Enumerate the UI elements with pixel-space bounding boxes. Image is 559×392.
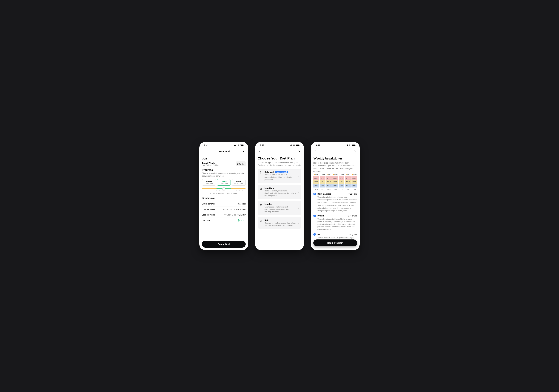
battery-icon	[296, 144, 300, 146]
back-icon[interactable]	[313, 149, 317, 153]
status-time: 9:41	[204, 144, 208, 147]
phone-weekly-breakdown: 9:41 Weekly breakdown Here is a detailed…	[311, 142, 360, 250]
week-col-sat: 3394174 P129 F384 CSat	[345, 174, 351, 190]
fat-cell: 129 F	[332, 180, 338, 184]
fat-cell: 129 F	[345, 180, 351, 184]
detail-title: Daily Calories	[317, 193, 348, 195]
battery-icon	[240, 144, 244, 146]
battery-icon	[352, 144, 355, 146]
weight-input[interactable]: 205 lbs	[236, 161, 246, 166]
status-bar: 9:41	[199, 142, 248, 149]
back-icon[interactable]	[258, 149, 262, 153]
protein-cell: 174 P	[345, 176, 351, 180]
calories-label: 3394	[333, 174, 337, 176]
day-label: Tue	[321, 188, 324, 190]
egg-icon	[260, 219, 263, 222]
slider-caption: 0.75% of bodyweight lost per week	[202, 192, 246, 194]
page-subtitle: Choose the type of diet that best suits …	[258, 161, 301, 167]
phone-create-goal: 9:41 Create Goal Goal Target Weight Last…	[199, 142, 248, 250]
last-weight-text: Last Weight 217.9 lbs	[202, 164, 219, 166]
wifi-icon	[348, 144, 351, 146]
calories-label: 3394	[346, 174, 350, 176]
carb-cell: 384 C	[345, 184, 351, 187]
segment-slower[interactable]: Slower 0.25% / week	[202, 179, 216, 186]
check-circle-icon	[238, 219, 240, 222]
status-time: 9:41	[260, 144, 264, 147]
nav-bar	[313, 149, 357, 154]
plan-low-carb[interactable]: Low Carb Reduces carbohydrate intake sig…	[258, 185, 301, 199]
weight-unit: lbs	[242, 163, 244, 165]
begin-program-button[interactable]: Begin Program	[313, 239, 357, 246]
close-icon[interactable]	[353, 149, 357, 153]
carb-cell: 384 C	[313, 184, 319, 187]
week-col-wed: 3394174 P129 F384 CWed	[326, 174, 332, 190]
svg-rect-2	[244, 145, 244, 146]
chevron-right-icon	[298, 222, 299, 224]
status-bar: 9:41	[255, 142, 304, 149]
week-grid: 3394174 P129 F384 CMon3394174 P129 F384 …	[313, 174, 357, 190]
nav-title: Create Goal	[218, 150, 230, 153]
wifi-icon	[293, 144, 295, 146]
detail-item-protein: 2Protein174 gramsYour selected protein i…	[313, 215, 357, 231]
status-time: 9:41	[316, 144, 320, 147]
week-col-thu: 3394174 P129 F384 CThu	[332, 174, 338, 190]
detail-value: 174 grams	[348, 215, 357, 217]
salad-icon	[260, 203, 263, 206]
drop-icon	[260, 187, 263, 190]
close-icon[interactable]	[297, 149, 301, 153]
calories-label: 3394	[352, 174, 356, 176]
calories-label: 3394	[339, 174, 344, 176]
day-label: Mon	[315, 188, 318, 190]
goal-heading: Goal	[202, 157, 246, 160]
cellular-icon	[289, 145, 292, 146]
protein-cell: 174 P	[320, 176, 325, 180]
segment-typical[interactable]: Typical 0.75% / week	[217, 179, 231, 186]
weight-value: 205	[237, 163, 241, 165]
cellular-icon	[234, 145, 236, 146]
fat-cell: 129 F	[352, 180, 357, 184]
detail-desc: Your selected protein intake of 0.8 gram…	[317, 218, 357, 231]
protein-cell: 174 P	[313, 176, 319, 180]
svg-rect-6	[299, 145, 300, 146]
slider-thumb[interactable]	[222, 187, 225, 190]
carb-cell: 384 C	[320, 184, 325, 187]
detail-desc: Your daily calorie budget is based on yo…	[317, 196, 357, 204]
utensils-icon	[260, 171, 263, 174]
day-label: Sun	[353, 188, 356, 190]
row-deficit: Deficit per Day 817 kcal	[202, 201, 246, 207]
rate-slider[interactable]: 0.75% of bodyweight lost per week	[202, 188, 246, 194]
page-subtitle: Here is a detailed breakdown of your dai…	[313, 162, 357, 173]
page-title: Weekly breakdown	[313, 156, 357, 160]
svg-rect-10	[355, 145, 355, 146]
close-icon[interactable]	[242, 149, 246, 153]
protein-cell: 174 P	[352, 176, 357, 180]
create-goal-button[interactable]: Create Goal	[202, 241, 246, 248]
svg-rect-9	[352, 145, 355, 146]
chevron-right-icon	[298, 206, 299, 209]
recommended-badge: Recommended	[275, 171, 288, 173]
detail-title: Protein	[317, 215, 348, 217]
number-badge: 3	[313, 233, 316, 236]
chevron-right-icon	[298, 174, 299, 177]
plan-balanced[interactable]: Balanced Recommended Provides a balanced…	[258, 169, 301, 183]
svg-rect-1	[241, 145, 243, 146]
week-col-tue: 3394174 P129 F384 CTue	[320, 174, 325, 190]
home-indicator	[270, 249, 289, 249]
carb-cell: 384 C	[332, 184, 338, 187]
plan-keto[interactable]: Keto Consists of very low carbohydrate i…	[258, 217, 301, 229]
segment-faster[interactable]: Faster 1.00% / week	[232, 179, 246, 186]
home-indicator	[326, 249, 345, 249]
protein-cell: 174 P	[332, 176, 338, 180]
detail-title: Fat	[317, 233, 348, 236]
detail-value: 3,394 kcal	[348, 193, 357, 195]
detail-desc: We'll automatically recommend changes to…	[317, 204, 357, 212]
phone-diet-plan: 9:41 Choose Your Diet Plan Choose the ty…	[255, 142, 304, 250]
svg-point-7	[261, 221, 261, 221]
carb-cell: 384 C	[352, 184, 357, 187]
number-badge: 2	[313, 215, 316, 217]
fat-cell: 129 F	[313, 180, 319, 184]
day-label: Wed	[327, 188, 331, 190]
calories-label: 3394	[314, 174, 318, 176]
day-label: Thu	[334, 188, 336, 190]
plan-low-fat[interactable]: Low Fat Emphasizes a higher intake of ca…	[258, 201, 301, 215]
